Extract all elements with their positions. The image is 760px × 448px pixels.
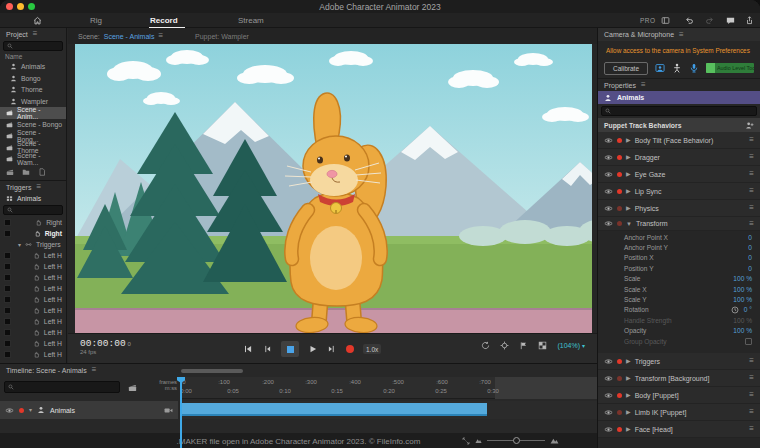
chevron-right-icon[interactable]: ▶ — [626, 171, 631, 177]
behavior-menu-icon[interactable]: ≡ — [749, 220, 754, 228]
eye-icon[interactable] — [604, 391, 613, 400]
record-button[interactable] — [346, 345, 354, 353]
chevron-down-icon[interactable]: ▾ — [29, 407, 32, 413]
trigger-row[interactable]: Left H — [0, 305, 66, 316]
eye-icon[interactable] — [604, 136, 613, 145]
behavior-row[interactable]: ▶Transform [Background]≡ — [598, 370, 760, 387]
swatch[interactable] — [4, 318, 11, 325]
group-opacity-checkbox[interactable] — [745, 338, 752, 345]
playhead[interactable] — [180, 377, 182, 448]
eye-icon[interactable] — [604, 170, 613, 179]
zoom-fit-icon[interactable] — [462, 437, 470, 445]
property-row[interactable]: Scale X100 % — [598, 284, 760, 294]
arm-for-record-dot[interactable] — [617, 138, 622, 143]
arm-for-record-dot[interactable] — [617, 155, 622, 160]
triggers-puppet-row[interactable]: Animals — [0, 193, 66, 204]
behavior-menu-icon[interactable]: ≡ — [749, 357, 754, 365]
swatch[interactable] — [4, 307, 11, 314]
chevron-down-icon[interactable]: ▼ — [626, 221, 632, 227]
property-row[interactable]: Handle Strength100 % — [598, 315, 760, 325]
eye-icon[interactable] — [604, 408, 613, 417]
arm-for-record-dot[interactable] — [617, 376, 622, 381]
list-item-selected[interactable]: Scene - Anim... — [0, 107, 66, 119]
swatch[interactable] — [4, 351, 11, 358]
trigger-row[interactable]: Left H — [0, 272, 66, 283]
property-row[interactable]: Anchor Point X0 — [598, 232, 760, 242]
new-item-icon[interactable] — [38, 168, 46, 176]
trigger-row[interactable]: Left H — [0, 283, 66, 294]
tab-stream[interactable]: Stream — [238, 16, 264, 25]
trigger-row[interactable]: Left H — [0, 250, 66, 261]
minimize-window-button[interactable] — [17, 3, 24, 10]
behavior-row[interactable]: ▶Lip Sync≡ — [598, 183, 760, 200]
chevron-right-icon[interactable]: ▶ — [626, 375, 631, 381]
arm-for-record-dot[interactable] — [617, 427, 622, 432]
trigger-group-row[interactable]: ▾Triggers — [0, 239, 66, 250]
chevron-right-icon[interactable]: ▶ — [626, 358, 631, 364]
zoom-slider-handle[interactable] — [513, 437, 520, 444]
next-frame-button[interactable] — [327, 344, 337, 354]
stage-icon[interactable] — [128, 383, 137, 392]
behavior-menu-icon[interactable]: ≡ — [749, 136, 754, 144]
camera-icon[interactable] — [164, 406, 173, 415]
playback-speed[interactable]: 1.0x — [363, 344, 381, 354]
trigger-row-selected[interactable]: Right — [0, 228, 66, 239]
eye-icon[interactable] — [604, 204, 613, 213]
eye-icon[interactable] — [604, 374, 613, 383]
eye-icon[interactable] — [604, 187, 613, 196]
chevron-right-icon[interactable]: ▶ — [626, 409, 631, 415]
previous-frame-button[interactable] — [262, 344, 272, 354]
swatch[interactable] — [4, 274, 11, 281]
feedback-icon[interactable] — [726, 16, 735, 25]
behavior-menu-icon[interactable]: ≡ — [749, 408, 754, 416]
behavior-row[interactable]: ▶Triggers≡ — [598, 353, 760, 370]
camera-mic-menu-icon[interactable]: ≡ — [679, 31, 684, 39]
eye-icon[interactable] — [604, 425, 613, 434]
list-item[interactable]: Thorne — [0, 84, 66, 96]
behavior-menu-icon[interactable]: ≡ — [749, 187, 754, 195]
chevron-down-icon[interactable]: ▾ — [18, 242, 21, 248]
triggers-search[interactable] — [3, 205, 63, 215]
swatch[interactable] — [4, 252, 11, 259]
trigger-row[interactable]: Left H — [0, 338, 66, 349]
arm-for-record-dot[interactable] — [617, 393, 622, 398]
project-search[interactable] — [3, 41, 63, 51]
arm-for-record-dot[interactable] — [19, 408, 24, 413]
swatch[interactable] — [4, 296, 11, 303]
stop-button[interactable] — [281, 341, 299, 357]
eye-icon[interactable] — [604, 357, 613, 366]
behavior-menu-icon[interactable]: ≡ — [749, 374, 754, 382]
triggers-panel-menu-icon[interactable]: ≡ — [36, 183, 41, 191]
arm-for-record-dot[interactable] — [617, 172, 622, 177]
trigger-row[interactable]: Left H — [0, 294, 66, 305]
scene-menu-icon[interactable]: ≡ — [158, 32, 163, 40]
trigger-row[interactable]: Left H — [0, 327, 66, 338]
swatch[interactable] — [4, 230, 11, 237]
swatch[interactable] — [4, 340, 11, 347]
eye-icon[interactable] — [604, 153, 613, 162]
chevron-right-icon[interactable]: ▶ — [626, 426, 631, 432]
snapshot-icon[interactable] — [519, 341, 528, 350]
behavior-row[interactable]: ▶Face [Head]≡ — [598, 421, 760, 438]
list-item[interactable]: Animals — [0, 61, 66, 73]
list-item[interactable]: Scene - Wam... — [0, 153, 66, 165]
track-lane[interactable] — [180, 401, 597, 419]
timeline-scrollbar[interactable] — [181, 369, 243, 373]
face-camera-icon[interactable] — [655, 63, 665, 73]
workspace-icon[interactable] — [661, 16, 670, 25]
arm-for-record-dot[interactable] — [617, 221, 622, 226]
magnification-control[interactable]: (104%) ▾ — [557, 342, 585, 349]
properties-menu-icon[interactable]: ≡ — [641, 81, 646, 89]
property-row[interactable]: Position X0 — [598, 253, 760, 263]
scene-name-link[interactable]: Scene - Animals — [104, 33, 155, 40]
arm-for-record-dot[interactable] — [617, 410, 622, 415]
trigger-row[interactable]: Left H — [0, 316, 66, 327]
project-search-input[interactable] — [16, 43, 59, 50]
tab-rig[interactable]: Rig — [90, 16, 102, 25]
arm-for-record-dot[interactable] — [617, 359, 622, 364]
property-row[interactable]: Group Opacity — [598, 336, 760, 346]
behavior-menu-icon[interactable]: ≡ — [749, 153, 754, 161]
property-row[interactable]: Anchor Point Y0 — [598, 242, 760, 252]
play-button[interactable] — [308, 344, 318, 354]
rotation-clock-icon[interactable] — [731, 306, 739, 314]
